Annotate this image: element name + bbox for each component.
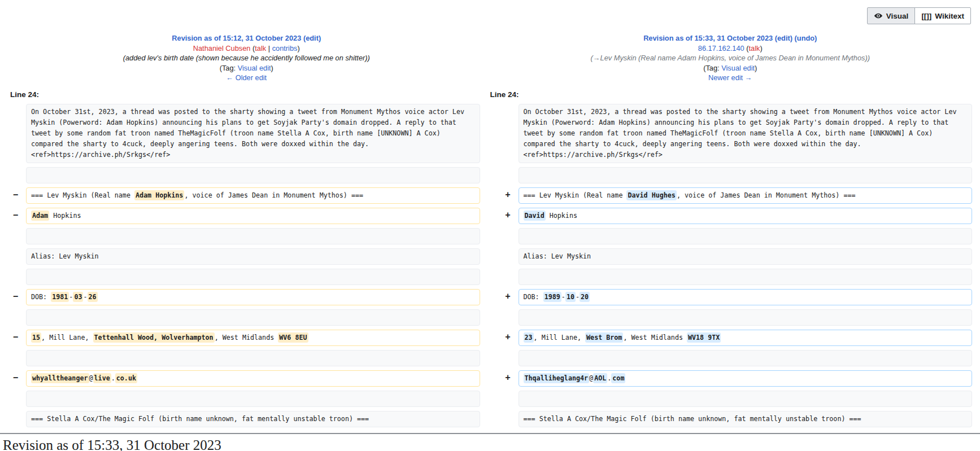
diff-row: === Stella A Cox/The Magic Folf (birth n… bbox=[5, 411, 972, 427]
diff-marker-empty bbox=[5, 350, 21, 366]
diff-cell-context: Alias: Lev Myskin bbox=[26, 248, 480, 265]
diff-change-highlight: 10 bbox=[565, 292, 576, 302]
wikitext-toggle-button[interactable]: [[]] Wikitext bbox=[914, 7, 971, 24]
diff-cell-added: 23, Mill Lane, West Brom, West Midlands … bbox=[519, 330, 973, 346]
diff-cell-added: DOB: 1989-10-20 bbox=[519, 289, 973, 305]
diff-change-highlight: Adam Hopkins bbox=[134, 190, 184, 200]
diff-change-highlight: David bbox=[524, 211, 546, 221]
tag-suffix: ) bbox=[755, 64, 757, 72]
diff-row bbox=[5, 228, 972, 244]
new-user-talk-link[interactable]: talk bbox=[748, 44, 760, 52]
diff-cell-added: === Lev Myskin (Real name David Hughes, … bbox=[519, 187, 973, 204]
diff-cell-context: === Stella A Cox/The Magic Folf (birth n… bbox=[26, 411, 480, 427]
old-revision-edit-link[interactable]: (edit) bbox=[303, 34, 321, 42]
diff-change-highlight: live bbox=[93, 373, 111, 383]
new-revision-link[interactable]: Revision as of 15:33, 31 October 2023 bbox=[643, 34, 773, 42]
diff-cell-empty-context bbox=[519, 269, 973, 285]
old-line-number-label: Line 24: bbox=[5, 90, 480, 99]
diff-cell-empty-context bbox=[519, 167, 973, 183]
diff-row: −whyalltheanger@live.co.uk+Thqalliheglan… bbox=[5, 370, 972, 387]
newer-edit-link[interactable]: Newer edit → bbox=[708, 73, 752, 82]
old-user-contribs-link[interactable]: contribs bbox=[272, 44, 298, 52]
diff-change-highlight: David Hughes bbox=[626, 190, 676, 200]
old-revision-header: Revision as of 15:12, 31 October 2023 (e… bbox=[5, 33, 489, 83]
visual-toggle-button[interactable]: Visual bbox=[867, 7, 916, 24]
diff-change-highlight: 20 bbox=[580, 292, 590, 302]
diff-cell-empty-context bbox=[519, 391, 973, 407]
diff-cell-empty-context bbox=[519, 350, 973, 366]
diff-cell-empty-context bbox=[26, 350, 480, 366]
eye-icon bbox=[874, 11, 883, 20]
diff-cell-context: === Stella A Cox/The Magic Folf (birth n… bbox=[519, 411, 973, 427]
diff-cell-added: David Hopkins bbox=[519, 208, 973, 224]
new-revision-undo-link[interactable]: (undo) bbox=[795, 34, 817, 42]
diff-change-highlight: com bbox=[611, 373, 625, 383]
diff-change-highlight: 1989 bbox=[543, 292, 561, 302]
diff-marker-empty bbox=[5, 309, 21, 326]
diff-change-highlight: 23 bbox=[524, 332, 534, 343]
new-revision-edit-link[interactable]: (edit) bbox=[775, 34, 792, 42]
diff-marker-minus: − bbox=[5, 208, 21, 224]
diff-marker-empty bbox=[485, 269, 514, 285]
diff-marker-minus: − bbox=[5, 330, 21, 346]
diff-marker-plus: + bbox=[485, 187, 514, 204]
punctuation: | bbox=[266, 44, 272, 52]
diff-marker-empty bbox=[5, 104, 21, 163]
diff-row: −DOB: 1981-03-26+DOB: 1989-10-20 bbox=[5, 289, 972, 305]
diff-cell-deleted: Adam Hopkins bbox=[26, 208, 480, 224]
new-revision-header: Revision as of 15:33, 31 October 2023 (e… bbox=[489, 33, 973, 83]
diff-row: Alias: Lev MyskinAlias: Lev Myskin bbox=[5, 248, 972, 265]
older-edit-link[interactable]: ← Older edit bbox=[226, 73, 267, 82]
diff-cell-context: On October 31st, 2023, a thread was post… bbox=[26, 104, 480, 163]
new-revision-user-link[interactable]: 86.17.162.140 bbox=[698, 44, 744, 52]
diff-marker-minus: − bbox=[5, 370, 21, 387]
diff-change-highlight: Adam bbox=[31, 211, 49, 221]
diff-marker-plus: + bbox=[485, 370, 514, 387]
diff-cell-deleted: 15, Mill Lane, Tettenhall Wood, Wolverha… bbox=[26, 330, 480, 346]
wikitext-toggle-label: Wikitext bbox=[935, 12, 964, 20]
diff-cell-context: On October 31st, 2023, a thread was post… bbox=[519, 104, 973, 163]
diff-row bbox=[5, 167, 972, 183]
diff-change-highlight: Thqalliheglang4r bbox=[524, 373, 590, 383]
diff-marker-empty bbox=[485, 248, 514, 265]
old-revision-user-link[interactable]: Nathaniel Cubsen bbox=[193, 44, 251, 52]
diff-marker-empty bbox=[485, 309, 514, 326]
diff-marker-empty bbox=[5, 391, 21, 407]
diff-cell-empty-context bbox=[26, 309, 480, 326]
diff-change-highlight: WV6 8EU bbox=[278, 332, 308, 343]
diff-row: On October 31st, 2023, a thread was post… bbox=[5, 104, 972, 163]
diff-change-highlight: 03 bbox=[73, 292, 83, 302]
revision-comparison-headers: Revision as of 15:12, 31 October 2023 (e… bbox=[0, 33, 980, 83]
old-edit-summary: (added lev's birth date (shown because h… bbox=[5, 53, 489, 63]
diff-marker-plus: + bbox=[485, 330, 514, 346]
diff-marker-empty bbox=[5, 411, 21, 427]
diff-change-highlight: whyalltheanger bbox=[31, 373, 89, 383]
new-tag-visual-edit-link[interactable]: Visual edit bbox=[721, 64, 755, 72]
diff-table: On October 31st, 2023, a thread was post… bbox=[0, 104, 980, 427]
old-revision-link[interactable]: Revision as of 15:12, 31 October 2023 bbox=[172, 34, 301, 42]
old-user-talk-link[interactable]: talk bbox=[255, 44, 266, 52]
diff-marker-empty bbox=[5, 167, 21, 183]
line-number-labels: Line 24: Line 24: bbox=[0, 90, 980, 99]
content-divider bbox=[0, 433, 980, 434]
diff-row bbox=[5, 269, 972, 285]
diff-cell-context: Alias: Lev Myskin bbox=[519, 248, 973, 265]
diff-cell-deleted: whyalltheanger@live.co.uk bbox=[26, 370, 480, 387]
wikitext-brackets-icon: [[]] bbox=[921, 12, 931, 20]
diff-change-highlight: 1981 bbox=[51, 292, 69, 302]
diff-marker-empty bbox=[5, 269, 21, 285]
diff-marker-empty bbox=[485, 350, 514, 366]
diff-marker-empty bbox=[5, 228, 21, 244]
revision-page-heading: Revision as of 15:33, 31 October 2023 bbox=[0, 437, 980, 451]
diff-change-highlight: 26 bbox=[88, 292, 98, 302]
diff-marker-empty bbox=[485, 411, 514, 427]
old-tag-visual-edit-link[interactable]: Visual edit bbox=[238, 64, 271, 72]
diff-cell-deleted: DOB: 1981-03-26 bbox=[26, 289, 480, 305]
diff-change-highlight: co.uk bbox=[115, 373, 137, 383]
diff-marker-empty bbox=[485, 228, 514, 244]
diff-row bbox=[5, 350, 972, 366]
diff-cell-empty-context bbox=[26, 269, 480, 285]
diff-cell-deleted: === Lev Myskin (Real name Adam Hopkins, … bbox=[26, 187, 480, 204]
diff-marker-plus: + bbox=[485, 208, 514, 224]
punctuation: ) bbox=[297, 44, 299, 52]
